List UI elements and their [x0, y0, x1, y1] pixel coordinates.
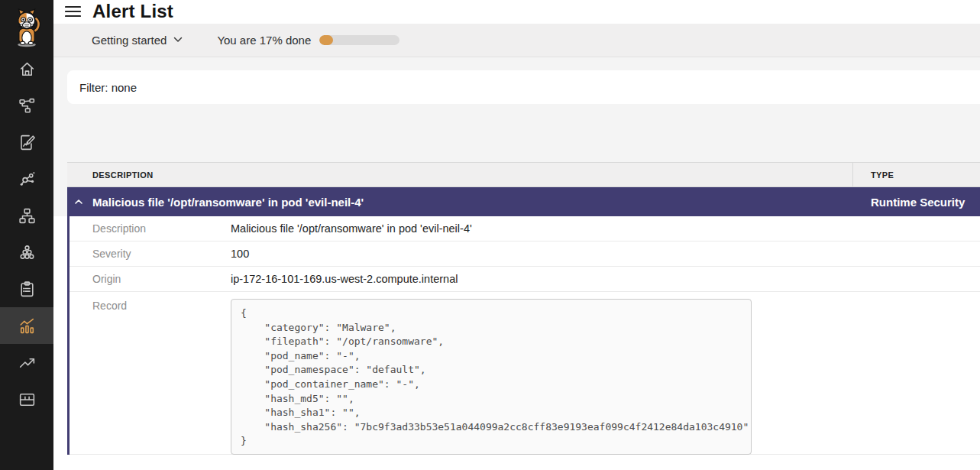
sidebar-item-monitoring[interactable] — [0, 307, 53, 344]
hamburger-icon — [65, 5, 81, 18]
app-window: Alert List Getting started You are 17% d… — [0, 0, 980, 470]
policy-editor-icon — [18, 133, 37, 152]
alert-row-expanded[interactable]: Malicious file '/opt/ransomware' in pod … — [67, 187, 980, 216]
topbar: Alert List — [53, 0, 980, 24]
detail-value: 100 — [231, 248, 249, 260]
progress-fill — [319, 35, 333, 45]
alert-row-description-cell: Malicious file '/opt/ransomware' in pod … — [67, 196, 853, 209]
detail-label: Record — [70, 292, 231, 312]
detail-row-severity: Severity 100 — [70, 241, 980, 267]
sidebar-item-trends[interactable] — [0, 344, 53, 381]
column-header-description: DESCRIPTION — [67, 163, 853, 186]
sidebar-item-cluster[interactable] — [0, 234, 53, 271]
record-value-cell: { "category": "Malware", "filepath": "/o… — [231, 292, 752, 455]
progress-text: You are 17% done — [217, 34, 311, 47]
page-title: Alert List — [92, 1, 173, 22]
hierarchy-icon — [18, 206, 37, 225]
alert-detail-strip: Description Malicious file '/opt/ransomw… — [53, 216, 980, 470]
main-area: Alert List Getting started You are 17% d… — [53, 0, 980, 470]
alert-type-text: Runtime Security — [853, 196, 965, 209]
detail-label: Description — [70, 222, 231, 235]
detail-row-record: Record { "category": "Malware", "filepat… — [70, 292, 980, 455]
compliance-icon — [18, 280, 37, 299]
detail-label: Origin — [70, 273, 231, 285]
hamburger-menu-button[interactable] — [65, 5, 81, 18]
progress-bar — [319, 35, 399, 45]
alert-detail-panel: Description Malicious file '/opt/ransomw… — [67, 216, 980, 455]
cluster-icon — [18, 243, 37, 262]
sidebar — [0, 0, 53, 470]
onboarding-bar: Getting started You are 17% done — [53, 24, 980, 57]
home-icon — [18, 60, 37, 79]
detail-label: Severity — [70, 248, 231, 260]
getting-started-label: Getting started — [92, 34, 167, 47]
sidebar-item-policy-editor[interactable] — [0, 124, 53, 160]
record-json-block: { "category": "Malware", "filepath": "/o… — [231, 299, 752, 455]
detail-row-origin: Origin ip-172-16-101-169.us-west-2.compu… — [70, 267, 980, 292]
getting-started-dropdown[interactable]: Getting started — [92, 34, 183, 47]
filter-bar[interactable]: Filter: none — [67, 70, 980, 104]
alert-description-text: Malicious file '/opt/ransomware' in pod … — [92, 196, 364, 209]
network-graph-icon — [18, 170, 37, 189]
detail-row-description: Description Malicious file '/opt/ransomw… — [70, 216, 980, 241]
column-header-type: TYPE — [853, 163, 894, 186]
cat-mascot-logo — [0, 0, 53, 50]
monitoring-icon — [18, 316, 37, 335]
sidebar-item-inventory[interactable] — [0, 381, 53, 417]
filter-label: Filter: none — [79, 81, 137, 94]
detail-value: Malicious file '/opt/ransomware' in pod … — [231, 222, 472, 235]
sidebar-item-hierarchy[interactable] — [0, 197, 53, 234]
table-header-row: DESCRIPTION TYPE — [67, 162, 980, 187]
chevron-down-icon — [173, 37, 183, 43]
chevron-up-icon — [73, 196, 84, 207]
sidebar-item-network-graph[interactable] — [0, 160, 53, 197]
alert-table: DESCRIPTION TYPE Malicious file '/opt/ra… — [67, 162, 980, 470]
inventory-icon — [18, 390, 37, 409]
trends-icon — [18, 353, 37, 372]
sidebar-item-home[interactable] — [0, 50, 53, 87]
topology-icon — [18, 96, 37, 115]
cat-mascot-icon — [9, 8, 44, 47]
content-area: Filter: none DESCRIPTION TYPE Malicious … — [53, 57, 980, 470]
sidebar-item-topology[interactable] — [0, 87, 53, 124]
sidebar-item-compliance[interactable] — [0, 271, 53, 307]
detail-value: ip-172-16-101-169.us-west-2.compute.inte… — [231, 273, 458, 285]
sidebar-nav — [0, 50, 53, 417]
